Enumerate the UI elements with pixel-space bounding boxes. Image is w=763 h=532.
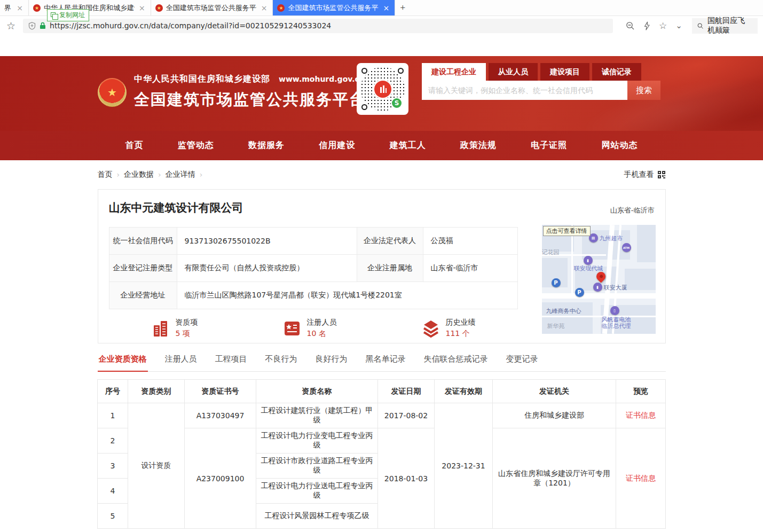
- row-index: 1: [98, 403, 128, 428]
- new-tab-button[interactable]: ＋: [395, 0, 410, 15]
- ministry-url: www.mohurd.gov.cn: [279, 75, 365, 83]
- search-tab-project[interactable]: 建设项目: [540, 63, 589, 81]
- shop-marker-icon[interactable]: ▯: [610, 306, 619, 315]
- news-search-box[interactable]: 国航回应飞机颠簸: [692, 18, 758, 34]
- toolbar-icons: ☆ ⌄: [626, 20, 682, 31]
- copy-url-tooltip[interactable]: 复制网址: [47, 9, 89, 21]
- browser-tab-jzsc-active[interactable]: ★ 全国建筑市场监管公共服务平台 ×: [273, 0, 395, 15]
- certificate-info-link[interactable]: 证书信息: [626, 474, 656, 482]
- emblem-favicon-icon: ★: [277, 4, 285, 12]
- browser-tab-partial[interactable]: 界 ×: [0, 0, 29, 15]
- reg-type-value: 有限责任公司（自然人投资或控股）: [177, 255, 357, 282]
- search-button[interactable]: 搜索: [627, 81, 660, 100]
- tab-close-icon[interactable]: ×: [382, 4, 390, 12]
- nav-e-license[interactable]: 电子证照: [531, 140, 567, 151]
- row-index: 5: [98, 504, 128, 529]
- qr-center-logo: [373, 80, 392, 99]
- atm-marker-icon[interactable]: ATM: [622, 243, 631, 252]
- validity-date: 2023-12-31: [435, 403, 493, 529]
- location-map[interactable]: ▤ 九州超市 ATM 记花园 ▮ 联安现代城 ▮ 联安大厦 P P 九峰商务中心…: [542, 225, 656, 334]
- keyword-search-input[interactable]: [422, 81, 627, 100]
- search-tab-credit[interactable]: 诚信记录: [592, 63, 641, 81]
- qual-name: 工程设计建筑行业（建筑工程）甲级: [256, 403, 378, 428]
- map-label: 联安现代城: [574, 265, 603, 272]
- qr-dots: S: [360, 67, 405, 111]
- crumb-company-detail[interactable]: 企业详情: [166, 170, 195, 179]
- tab-good-behavior[interactable]: 良好行为: [314, 354, 349, 371]
- stat-qualifications[interactable]: 资质项 5 项: [151, 318, 198, 339]
- tab-close-icon[interactable]: ×: [15, 4, 24, 12]
- table-row: 1 设计资质 A137030497 工程设计建筑行业（建筑工程）甲级 2017-…: [98, 403, 666, 428]
- map-label: 九州超市: [600, 236, 623, 242]
- col-authority: 发证机关: [493, 380, 616, 403]
- certificate-info-link[interactable]: 证书信息: [626, 411, 656, 419]
- search-tab-enterprise[interactable]: 建设工程企业: [422, 63, 486, 81]
- mobile-view-button[interactable]: 手机查看: [624, 170, 666, 179]
- col-category: 资质类别: [128, 380, 185, 403]
- qual-name: 工程设计电力行业变电工程专业丙级: [256, 428, 378, 453]
- favorite-star-icon[interactable]: ☆: [659, 20, 667, 31]
- chevron-down-icon[interactable]: ⌄: [675, 21, 682, 30]
- nav-home[interactable]: 首页: [125, 140, 144, 151]
- legal-rep-value: 公茂福: [423, 228, 517, 255]
- nav-workers[interactable]: 建筑工人: [390, 140, 426, 151]
- url-row: ☆ https://jzsc.mohurd.gov.cn/data/compan…: [0, 16, 763, 35]
- tab-dishonesty-records[interactable]: 失信联合惩戒记录: [423, 354, 489, 371]
- certificate-icon: [282, 319, 302, 338]
- tab-change-records[interactable]: 变更记录: [505, 354, 539, 371]
- col-qual-name: 资质名称: [256, 380, 378, 403]
- map-label: 九峰商务中心: [546, 308, 581, 315]
- tab-close-icon[interactable]: ×: [260, 4, 269, 12]
- tab-bad-behavior[interactable]: 不良行为: [264, 354, 298, 371]
- map-label: 临沂总代理: [602, 323, 631, 330]
- parking-marker-icon[interactable]: P: [575, 288, 584, 297]
- tab-registered-personnel[interactable]: 注册人员: [164, 354, 198, 371]
- chevron-right-icon: ›: [200, 170, 203, 179]
- ministry-name: 中华人民共和国住房和城乡建设部: [134, 74, 270, 85]
- qual-name: 工程设计风景园林工程专项乙级: [256, 504, 378, 529]
- building-marker-icon[interactable]: ▮: [584, 256, 593, 265]
- national-emblem-icon: ★: [98, 78, 127, 107]
- hot-search-keyword: 国航回应飞机颠簸: [707, 16, 752, 35]
- row-index: 4: [98, 479, 128, 504]
- zoom-out-icon[interactable]: [626, 21, 635, 30]
- nav-site-news[interactable]: 网站动态: [601, 140, 638, 151]
- breadcrumb-row: 首页 › 企业数据 › 企业详情 › 手机查看: [98, 167, 666, 183]
- stat-achievements[interactable]: 历史业绩 111 个: [421, 318, 476, 339]
- col-validity: 发证有效期: [435, 380, 493, 403]
- crumb-company-data[interactable]: 企业数据: [124, 170, 154, 179]
- parking-marker-icon[interactable]: P: [552, 278, 561, 287]
- lightning-icon[interactable]: [643, 21, 650, 30]
- tab-qualifications[interactable]: 企业资质资格: [98, 354, 148, 372]
- tab-projects[interactable]: 工程项目: [214, 354, 248, 371]
- url-text: https://jzsc.mohurd.gov.cn/data/company/…: [50, 21, 331, 30]
- bookmark-star-icon[interactable]: ☆: [6, 20, 15, 32]
- qr-code-icon: [657, 170, 666, 179]
- platform-title: 全国建筑市场监管公共服务平台: [134, 89, 366, 111]
- shield-icon[interactable]: [28, 22, 36, 30]
- building-icon: [151, 319, 170, 338]
- browser-chrome: 界 × ★ 中华人民共和国住房和城乡建设 × ★ 全国建筑市场监管公共服务平台 …: [0, 0, 763, 35]
- qr-ring-icon: [398, 68, 404, 74]
- nav-credit[interactable]: 信用建设: [319, 140, 355, 151]
- copy-icon: [51, 12, 56, 17]
- tab-blacklist[interactable]: 黑名单记录: [365, 354, 407, 371]
- map-label: 联安大厦: [604, 285, 627, 292]
- lock-icon: [40, 22, 46, 29]
- stat-personnel[interactable]: 注册人员 10 名: [282, 318, 337, 339]
- qual-name: 工程设计市政行业道路工程专业丙级: [256, 453, 378, 479]
- nav-supervision[interactable]: 监管动态: [178, 140, 214, 151]
- nav-data-service[interactable]: 数据服务: [248, 140, 285, 151]
- main-nav: 首页 监管动态 数据服务 信用建设 建筑工人 政策法规 电子证照 网站动态: [0, 131, 763, 160]
- address-bar[interactable]: https://jzsc.mohurd.gov.cn/data/company/…: [23, 19, 613, 33]
- browser-tab-jzsc-1[interactable]: ★ 全国建筑市场监管公共服务平台 ×: [151, 0, 273, 15]
- field-label: 企业登记注册类型: [109, 255, 177, 282]
- tab-close-icon[interactable]: ×: [138, 4, 146, 12]
- nav-policy[interactable]: 政策法规: [460, 140, 497, 151]
- building-marker-icon[interactable]: ▮: [593, 283, 602, 292]
- issue-date: 2018-01-03: [378, 428, 435, 529]
- search-tab-personnel[interactable]: 从业人员: [489, 63, 538, 81]
- crumb-home[interactable]: 首页: [98, 170, 113, 179]
- breadcrumb: 首页 › 企业数据 › 企业详情 ›: [98, 170, 203, 179]
- map-tooltip: 点击可查看详情: [543, 226, 591, 236]
